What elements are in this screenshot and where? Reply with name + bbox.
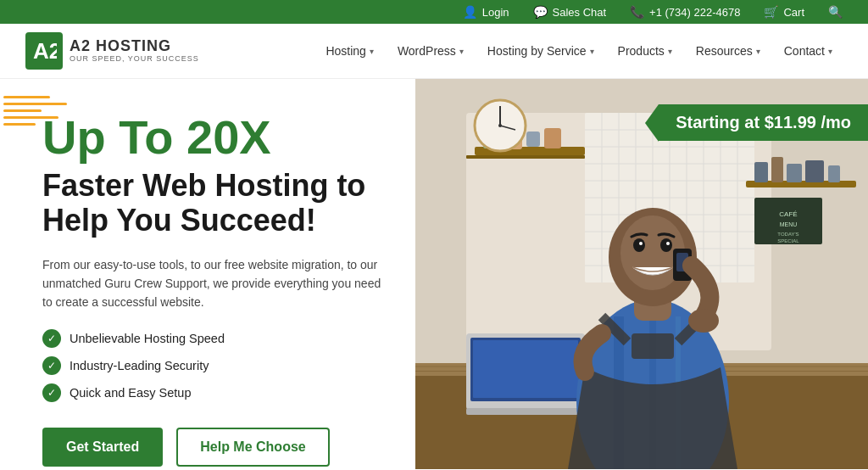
feature-item-security: ✓ Industry-Leading Security xyxy=(42,356,390,375)
phone-number: +1 (734) 222-4678 xyxy=(649,6,740,19)
cart-label: Cart xyxy=(783,6,804,19)
chevron-down-icon: ▾ xyxy=(668,47,672,56)
phone-icon: 📞 xyxy=(630,5,644,19)
deco-line-2 xyxy=(3,103,67,105)
hero-left: Up To 20X Faster Web Hosting toHelp You … xyxy=(0,79,415,469)
svg-point-63 xyxy=(633,238,645,252)
main-nav: A2 A2 HOSTING OUR SPEED, YOUR SUCCESS Ho… xyxy=(0,24,868,79)
svg-rect-27 xyxy=(544,128,561,148)
nav-item-products: Products ▾ xyxy=(608,37,682,64)
sales-chat-label: Sales Chat xyxy=(553,6,607,19)
price-badge: Starting at $11.99 /mo xyxy=(659,104,868,141)
help-me-choose-button[interactable]: Help Me Choose xyxy=(176,428,329,467)
nav-item-wordpress: WordPress ▾ xyxy=(387,37,474,64)
nav-link-contact[interactable]: Contact ▾ xyxy=(774,37,843,64)
hero-headline-black: Faster Web Hosting toHelp You Succeed! xyxy=(42,168,390,238)
svg-point-66 xyxy=(666,242,670,245)
phone-link[interactable]: 📞 +1 (734) 222-4678 xyxy=(630,5,740,19)
nav-item-hosting: Hosting ▾ xyxy=(315,37,383,64)
nav-item-resources: Resources ▾ xyxy=(686,37,771,64)
hero-buttons: Get Started Help Me Choose xyxy=(42,428,390,467)
nav-label-contact: Contact xyxy=(784,44,825,58)
feature-item-setup: ✓ Quick and Easy Setup xyxy=(42,383,390,402)
svg-text:MENU: MENU xyxy=(780,221,798,227)
svg-text:TODAY'S: TODAY'S xyxy=(777,232,798,237)
feature-label-speed: Unbelievable Hosting Speed xyxy=(70,332,225,345)
feature-label-security: Industry-Leading Security xyxy=(70,359,209,372)
nav-link-hosting[interactable]: Hosting ▾ xyxy=(315,37,383,64)
nav-label-hosting: Hosting xyxy=(326,44,365,58)
svg-rect-50 xyxy=(473,340,578,398)
svg-rect-30 xyxy=(771,157,783,182)
svg-rect-33 xyxy=(828,165,840,182)
chevron-down-icon: ▾ xyxy=(828,47,832,56)
search-button[interactable]: 🔍 xyxy=(828,5,843,19)
logo-brand-name: A2 HOSTING xyxy=(70,38,199,55)
deco-line-1 xyxy=(3,96,50,98)
search-icon: 🔍 xyxy=(828,5,843,19)
nav-label-hosting-by-service: Hosting by Service xyxy=(487,44,587,58)
chat-icon: 💬 xyxy=(533,5,548,19)
hero-description: From our easy-to-use tools, to our free … xyxy=(42,255,390,312)
check-icon-security: ✓ xyxy=(42,356,61,375)
feature-label-setup: Quick and Easy Setup xyxy=(70,386,191,400)
nav-links: Hosting ▾ WordPress ▾ Hosting by Service… xyxy=(315,37,843,64)
nav-item-hosting-by-service: Hosting by Service ▾ xyxy=(477,37,604,64)
svg-text:CAFÉ: CAFÉ xyxy=(779,210,797,218)
check-icon-speed: ✓ xyxy=(42,329,61,348)
svg-rect-49 xyxy=(466,408,585,415)
nav-label-resources: Resources xyxy=(696,44,753,58)
nav-link-resources[interactable]: Resources ▾ xyxy=(686,37,771,64)
nav-label-wordpress: WordPress xyxy=(398,44,456,58)
feature-item-speed: ✓ Unbelievable Hosting Speed xyxy=(42,329,390,348)
price-badge-text: Starting at $11.99 /mo xyxy=(676,113,851,132)
nav-link-wordpress[interactable]: WordPress ▾ xyxy=(387,37,474,64)
check-icon-setup: ✓ xyxy=(42,383,61,402)
deco-line-3 xyxy=(3,109,42,112)
chevron-down-icon: ▾ xyxy=(370,47,374,56)
nav-link-products[interactable]: Products ▾ xyxy=(608,37,682,64)
logo-text: A2 HOSTING OUR SPEED, YOUR SUCCESS xyxy=(70,38,199,64)
svg-rect-32 xyxy=(805,160,824,182)
deco-line-4 xyxy=(3,116,58,119)
chevron-down-icon: ▾ xyxy=(590,47,594,56)
svg-rect-31 xyxy=(787,164,802,182)
sales-chat-link[interactable]: 💬 Sales Chat xyxy=(533,5,607,19)
chevron-down-icon: ▾ xyxy=(459,47,464,56)
svg-point-65 xyxy=(639,242,643,245)
svg-text:SPECIAL: SPECIAL xyxy=(777,238,799,243)
nav-item-contact: Contact ▾ xyxy=(774,37,843,64)
nav-label-products: Products xyxy=(618,44,665,58)
get-started-button[interactable]: Get Started xyxy=(42,428,163,467)
features-list: ✓ Unbelievable Hosting Speed ✓ Industry-… xyxy=(42,329,390,402)
svg-rect-26 xyxy=(526,131,540,147)
user-icon: 👤 xyxy=(463,5,477,19)
top-bar: 👤 Login 💬 Sales Chat 📞 +1 (734) 222-4678… xyxy=(0,0,868,24)
svg-point-64 xyxy=(660,238,672,252)
cart-link[interactable]: 🛒 Cart xyxy=(764,5,804,19)
deco-line-5 xyxy=(3,123,36,126)
hero-section: Up To 20X Faster Web Hosting toHelp You … xyxy=(0,79,868,469)
svg-text:A2: A2 xyxy=(33,38,57,64)
hero-decoration xyxy=(0,96,67,126)
logo-icon: A2 xyxy=(25,32,63,70)
svg-rect-29 xyxy=(754,162,768,182)
hero-right: CAFÉ MENU TODAY'S SPECIAL xyxy=(415,79,868,469)
svg-point-69 xyxy=(688,309,719,333)
svg-rect-23 xyxy=(466,155,585,159)
chevron-down-icon: ▾ xyxy=(756,47,760,56)
login-link[interactable]: 👤 Login xyxy=(463,5,509,19)
hero-headline-green: Up To 20X xyxy=(42,113,390,163)
cart-icon: 🛒 xyxy=(764,5,778,19)
login-label: Login xyxy=(482,6,509,19)
logo[interactable]: A2 A2 HOSTING OUR SPEED, YOUR SUCCESS xyxy=(25,32,199,70)
svg-rect-57 xyxy=(632,333,674,359)
nav-link-hosting-by-service[interactable]: Hosting by Service ▾ xyxy=(477,37,604,64)
logo-tagline: OUR SPEED, YOUR SUCCESS xyxy=(70,55,199,64)
